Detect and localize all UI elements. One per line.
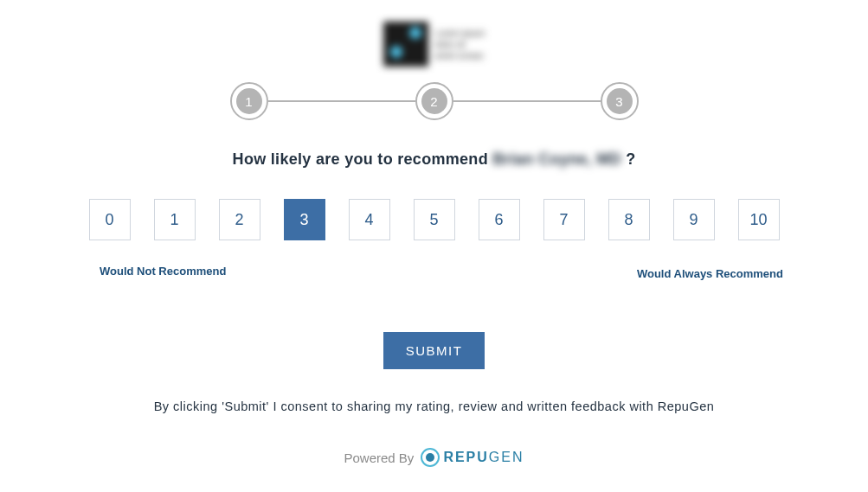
rating-option-5[interactable]: 5 xyxy=(414,199,455,240)
rating-option-6[interactable]: 6 xyxy=(479,199,520,240)
rating-option-9[interactable]: 9 xyxy=(673,199,715,240)
progress-stepper: 1 2 3 xyxy=(0,82,868,120)
rating-scale: 0 1 2 3 4 5 6 7 8 9 10 xyxy=(0,199,868,240)
rating-labels: Would Not Recommend Would Always Recomme… xyxy=(0,265,868,280)
step-connector xyxy=(453,100,601,102)
company-logo: Lorem ipsumdolor sitamet consec xyxy=(0,22,868,67)
step-3: 3 xyxy=(601,82,639,120)
submit-button[interactable]: SUBMIT xyxy=(383,332,485,369)
step-1: 1 xyxy=(230,82,268,120)
rating-option-7[interactable]: 7 xyxy=(543,199,585,240)
question-text: How likely are you to recommend Brian Co… xyxy=(0,150,868,169)
step-2: 2 xyxy=(415,82,453,120)
consent-text: By clicking 'Submit' I consent to sharin… xyxy=(0,399,868,413)
rating-option-0[interactable]: 0 xyxy=(89,199,131,240)
powered-by-footer: Powered By REPUGEN xyxy=(0,448,868,467)
rating-option-8[interactable]: 8 xyxy=(608,199,650,240)
rating-option-10[interactable]: 10 xyxy=(738,199,780,240)
rating-option-4[interactable]: 4 xyxy=(349,199,390,240)
rating-label-high: Would Always Recommend xyxy=(637,267,783,280)
step-connector xyxy=(268,100,415,102)
rating-option-3[interactable]: 3 xyxy=(284,199,325,240)
rating-option-1[interactable]: 1 xyxy=(154,199,196,240)
repugen-icon xyxy=(421,448,440,467)
repugen-logo: REPUGEN xyxy=(421,448,524,467)
rating-option-2[interactable]: 2 xyxy=(219,199,260,240)
rating-label-low: Would Not Recommend xyxy=(100,265,226,280)
